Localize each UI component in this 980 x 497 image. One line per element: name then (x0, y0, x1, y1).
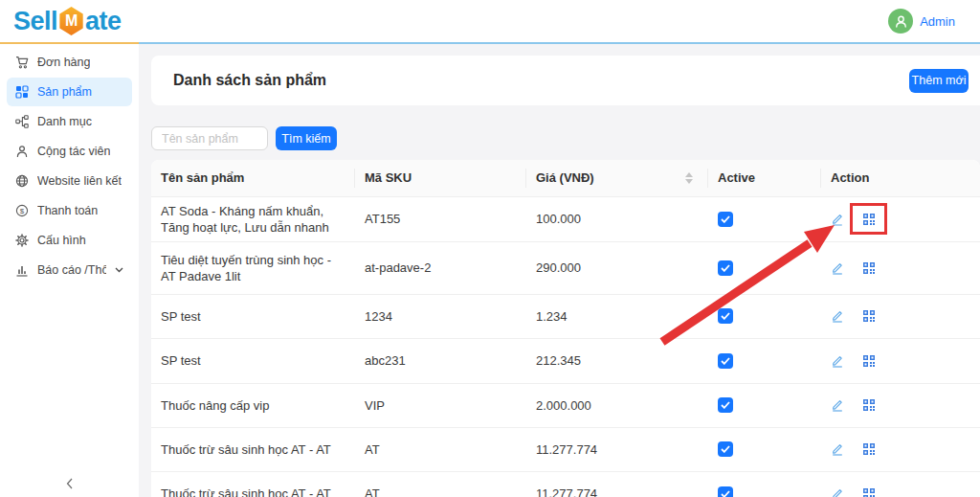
product-price: 290.000 (526, 241, 708, 294)
product-name: SP test (151, 294, 355, 338)
product-sku: AT (355, 427, 526, 471)
collaborator-icon (15, 145, 29, 158)
active-checkbox[interactable] (718, 260, 733, 276)
product-price: 11.277.774 (526, 471, 708, 497)
table-row: SP test 1234 1.234 (151, 294, 980, 338)
edit-icon[interactable] (831, 261, 844, 275)
qr-code-icon[interactable] (862, 309, 876, 323)
sidebar-item-label: Báo cáo /Thống... (37, 263, 106, 277)
table-row: Thuốc nâng cấp vip VIP 2.000.000 (151, 383, 980, 427)
qr-code-icon[interactable] (862, 398, 876, 412)
add-new-button[interactable]: Thêm mới (909, 69, 969, 93)
user-name: Admin (920, 14, 955, 29)
table-header-row: Tên sản phẩm Mã SKU Giá (VNĐ) Active Act… (151, 160, 980, 196)
user-avatar-icon (888, 9, 913, 34)
active-checkbox[interactable] (718, 397, 733, 413)
chevron-down-icon (115, 267, 123, 273)
logo-hexagon-icon: M (58, 7, 84, 35)
sidebar-item-label: Thanh toán (37, 204, 98, 217)
logo-text-ate: ate (85, 7, 122, 36)
col-header-name: Tên sản phẩm (151, 160, 355, 196)
sidebar-item-cong-tac-vien[interactable]: Cộng tác viên (7, 137, 132, 166)
user-menu[interactable]: Admin (888, 9, 980, 34)
sidebar-item-label: Danh mục (37, 115, 92, 128)
sidebar-item-san-pham[interactable]: Sản phẩm (7, 78, 132, 106)
qr-code-icon[interactable] (862, 442, 876, 456)
edit-icon[interactable] (831, 309, 844, 323)
sidebar-item-bao-cao[interactable]: Báo cáo /Thống... (7, 256, 132, 284)
table-row: SP test abc231 212.345 (151, 338, 980, 383)
main-content: Danh sách sản phẩm Thêm mới Tìm kiếm Tên… (139, 44, 980, 497)
product-name: Thuốc nâng cấp vip (151, 383, 355, 427)
active-checkbox[interactable] (718, 308, 733, 324)
sidebar-item-label: Cộng tác viên (37, 145, 110, 158)
header-underline-blue (139, 42, 980, 44)
product-price: 100.000 (526, 196, 708, 241)
product-sku: at-padave-2 (355, 241, 526, 294)
sidebar-item-don-hang[interactable]: Đơn hàng (7, 48, 132, 77)
sidebar-item-website-lien-ket[interactable]: Website liên kết (7, 167, 132, 195)
sort-icon[interactable] (685, 172, 693, 184)
product-name: Tiêu diệt tuyến trùng sinh học - AT Pada… (151, 241, 355, 294)
product-table-card: Tên sản phẩm Mã SKU Giá (VNĐ) Active Act… (151, 160, 980, 497)
sidebar-item-cau-hinh[interactable]: Cấu hình (7, 226, 132, 255)
payment-icon: $ (15, 204, 29, 217)
globe-icon (15, 174, 29, 188)
edit-icon[interactable] (831, 398, 844, 412)
page-title-bar: Danh sách sản phẩm Thêm mới (151, 56, 980, 105)
sidebar-nav: Đơn hàng Sản phẩm Danh mục Cộng tác viên (0, 44, 139, 289)
active-checkbox[interactable] (718, 441, 733, 457)
sidebar-item-label: Đơn hàng (37, 56, 90, 69)
product-price: 1.234 (526, 294, 708, 338)
edit-icon[interactable] (831, 442, 844, 456)
active-checkbox[interactable] (718, 212, 733, 227)
qr-code-icon[interactable] (862, 354, 876, 368)
col-header-price[interactable]: Giá (VNĐ) (526, 160, 708, 196)
category-icon (15, 115, 29, 128)
sidebar-item-danh-muc[interactable]: Danh mục (7, 107, 132, 136)
product-price: 2.000.000 (526, 383, 708, 427)
table-row: AT Soda - Kháng nấm khuẩn, Tăng hoạt lực… (151, 196, 980, 241)
app-window: Sell M ate Admin Đơn hàng (0, 0, 980, 497)
sidebar-item-thanh-toan[interactable]: $ Thanh toán (7, 196, 132, 225)
product-table: Tên sản phẩm Mã SKU Giá (VNĐ) Active Act… (151, 160, 980, 497)
gear-icon (15, 234, 29, 247)
appstore-icon (15, 85, 29, 99)
search-button[interactable]: Tìm kiếm (276, 126, 337, 150)
active-checkbox[interactable] (718, 353, 733, 369)
product-name-input[interactable] (151, 126, 268, 150)
active-checkbox[interactable] (718, 486, 733, 497)
edit-icon[interactable] (831, 213, 844, 226)
page-title: Danh sách sản phẩm (151, 72, 326, 89)
product-name: AT Soda - Kháng nấm khuẩn, Tăng hoạt lực… (151, 196, 355, 241)
sidebar-item-label: Sản phẩm (37, 85, 92, 99)
product-price: 212.345 (526, 338, 708, 383)
product-sku: AT (355, 471, 526, 497)
cart-icon (15, 56, 29, 69)
qr-code-icon[interactable] (862, 487, 876, 497)
annotation-box (862, 213, 876, 226)
logo-text-sell: Sell (13, 7, 57, 36)
qr-code-icon[interactable] (862, 213, 876, 226)
product-name: Thuốc trừ sâu sinh học AT - AT (151, 427, 355, 471)
product-sku: AT155 (355, 196, 526, 241)
sidebar-collapse-button[interactable] (0, 472, 139, 495)
app-logo: Sell M ate (0, 7, 122, 36)
product-price: 11.277.774 (526, 427, 708, 471)
col-header-action: Action (821, 160, 980, 196)
edit-icon[interactable] (831, 354, 844, 368)
product-sku: 1234 (355, 294, 526, 338)
col-header-active: Active (708, 160, 821, 196)
edit-icon[interactable] (831, 487, 844, 497)
sidebar: Đơn hàng Sản phẩm Danh mục Cộng tác viên (0, 44, 139, 497)
table-row: Tiêu diệt tuyến trùng sinh học - AT Pada… (151, 241, 980, 294)
col-header-sku: Mã SKU (355, 160, 526, 196)
product-name: Thuốc trừ sâu sinh học AT - AT (151, 471, 355, 497)
sidebar-item-label: Cấu hình (37, 234, 86, 247)
app-header: Sell M ate Admin (0, 0, 980, 42)
table-row: Thuốc trừ sâu sinh học AT - AT AT 11.277… (151, 471, 980, 497)
product-sku: VIP (355, 383, 526, 427)
header-underline-orange (0, 42, 139, 44)
svg-text:$: $ (20, 207, 25, 215)
qr-code-icon[interactable] (862, 261, 876, 275)
